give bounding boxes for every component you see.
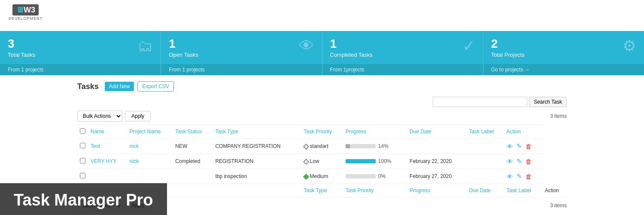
stat-open-tasks-footer: From 1 projects — [161, 64, 322, 75]
row-checkbox[interactable] — [80, 143, 85, 148]
view-action-icon[interactable]: 👁 — [507, 143, 513, 150]
delete-action-icon[interactable]: 🗑 — [526, 158, 532, 165]
row-task-type: REGISTRATION — [213, 154, 301, 169]
bulk-actions-row: Bulk Actions Apply 3 items — [77, 111, 567, 122]
search-task-button[interactable]: Search Task — [529, 97, 567, 107]
footer-task-label[interactable]: Task Label — [504, 184, 542, 197]
row-project-name — [127, 169, 173, 184]
row-action: 👁✎🗑 — [504, 139, 542, 154]
row-name: Test — [88, 139, 127, 154]
logo-area: 🖥W3 DEVELOPMENT — [0, 0, 644, 25]
bulk-actions-select[interactable]: Bulk Actions — [77, 111, 122, 122]
row-due-date — [407, 139, 466, 154]
logo-box: 🖥W3 DEVELOPMENT — [9, 4, 43, 21]
row-task-status: Completed — [173, 154, 213, 169]
header-action: Action — [504, 125, 542, 139]
row-action: 👁✎🗑 — [504, 154, 542, 169]
select-all-checkbox[interactable] — [80, 128, 85, 134]
row-progress: 100% — [343, 154, 407, 169]
row-task-priority: Low — [301, 154, 343, 169]
row-task-label — [466, 169, 504, 184]
delete-action-icon[interactable]: 🗑 — [526, 143, 532, 150]
stat-total-projects-number: 2 — [491, 37, 636, 51]
table-header-row: Name Project Name Task Status Task Type … — [77, 125, 567, 139]
footer-progress[interactable]: Progress — [407, 184, 466, 197]
row-name — [88, 169, 127, 184]
stat-total-tasks-icon: 🗂 — [137, 37, 153, 55]
stat-open-tasks: 1 Open Tasks 👁 From 1 projects — [161, 31, 322, 75]
row-task-label — [466, 154, 504, 169]
table-row: tbp inspectionMedium0%February 27, 2020👁… — [77, 169, 567, 184]
header-checkbox-col — [77, 125, 88, 139]
row-task-priority: Medium — [301, 169, 343, 184]
task-name-link[interactable]: VERY HYY — [91, 158, 116, 164]
row-due-date: February 22, 2020 — [407, 154, 466, 169]
stat-total-tasks-footer: From 1 projects — [0, 64, 161, 75]
bottom-items-count: 3 items — [550, 203, 567, 209]
header-project-name[interactable]: Project Name — [127, 125, 173, 139]
header-due-date[interactable]: Due Date — [407, 125, 466, 139]
row-name: VERY HYY — [88, 154, 127, 169]
table-row: VERY HYYnickCompletedREGISTRATIONLow100%… — [77, 154, 567, 169]
add-new-button[interactable]: Add New — [105, 82, 134, 91]
progress-bar-fill — [346, 144, 350, 148]
footer-action: Action — [542, 184, 567, 197]
edit-action-icon[interactable]: ✎ — [516, 157, 522, 165]
stat-completed-tasks-number: 1 — [330, 37, 475, 51]
export-csv-button[interactable]: Export CSV — [137, 81, 174, 92]
apply-button[interactable]: Apply — [125, 111, 151, 121]
stat-completed-tasks: 1 Completed Tasks ✓ From 1projects — [322, 31, 483, 75]
task-name-link[interactable]: Test — [91, 143, 100, 149]
footer-task-priority[interactable]: Task Priority — [343, 184, 407, 197]
logo-text-icon: W3 — [24, 6, 35, 14]
edit-action-icon[interactable]: ✎ — [516, 142, 522, 150]
footer-due-date[interactable]: Due Date — [466, 184, 504, 197]
row-task-label — [466, 139, 504, 154]
row-checkbox[interactable] — [80, 173, 85, 178]
progress-bar-bg — [346, 174, 376, 178]
progress-bar-fill — [346, 159, 376, 163]
row-progress: 14% — [343, 139, 407, 154]
progress-bar-bg — [346, 144, 376, 148]
header-task-status[interactable]: Task Status — [173, 125, 213, 139]
progress-percent: 0% — [378, 173, 386, 179]
row-project-name: nick — [127, 139, 173, 154]
stat-completed-tasks-label: Completed Tasks — [330, 52, 475, 58]
stat-open-tasks-label: Open Tasks — [169, 52, 314, 58]
logo-subtext: DEVELOPMENT — [9, 16, 43, 21]
table-row: TestnickNEWCOMPANY REGISTRATIONstandart1… — [77, 139, 567, 154]
stats-cards: 3 Total Tasks 🗂 From 1 projects 1 Open T… — [0, 31, 644, 75]
priority-diamond-icon — [303, 174, 309, 180]
header-task-type[interactable]: Task Type — [213, 125, 301, 139]
stat-total-projects-label: Total Projects — [491, 52, 636, 58]
stat-total-projects-icon: ⚙ — [623, 37, 636, 55]
edit-action-icon[interactable]: ✎ — [516, 172, 522, 180]
header-name[interactable]: Name — [88, 125, 127, 139]
search-row: Search Task — [77, 97, 567, 107]
header-task-priority[interactable]: Task Priority — [301, 125, 343, 139]
footer-task-type[interactable]: Task Type — [301, 184, 343, 197]
project-name-link[interactable]: nick — [130, 158, 139, 164]
view-action-icon[interactable]: 👁 — [507, 158, 513, 165]
tasks-header: Tasks Add New Export CSV — [77, 81, 567, 92]
tasks-title: Tasks — [77, 82, 99, 91]
project-name-link[interactable]: nick — [130, 143, 139, 149]
header-task-label[interactable]: Task Label — [466, 125, 504, 139]
items-count-top: 3 items — [550, 113, 567, 119]
row-checkbox[interactable] — [80, 158, 85, 163]
header-progress[interactable]: Progress — [343, 125, 407, 139]
stat-total-projects-footer[interactable]: Go to projects → — [483, 64, 644, 75]
stat-total-tasks-label: Total Tasks — [8, 52, 153, 58]
row-task-status — [173, 169, 213, 184]
search-input[interactable] — [433, 97, 527, 107]
stat-open-tasks-number: 1 — [169, 37, 314, 51]
stat-total-tasks-number: 3 — [8, 37, 153, 51]
row-action: 👁✎🗑 — [504, 169, 542, 184]
stat-open-tasks-icon: 👁 — [299, 37, 314, 55]
row-checkbox-cell — [77, 154, 88, 169]
delete-action-icon[interactable]: 🗑 — [526, 173, 532, 180]
stat-completed-tasks-icon: ✓ — [462, 37, 475, 55]
priority-diamond-icon — [303, 144, 309, 150]
stat-total-projects: 2 Total Projects ⚙ Go to projects → — [483, 31, 644, 75]
view-action-icon[interactable]: 👁 — [507, 173, 513, 180]
